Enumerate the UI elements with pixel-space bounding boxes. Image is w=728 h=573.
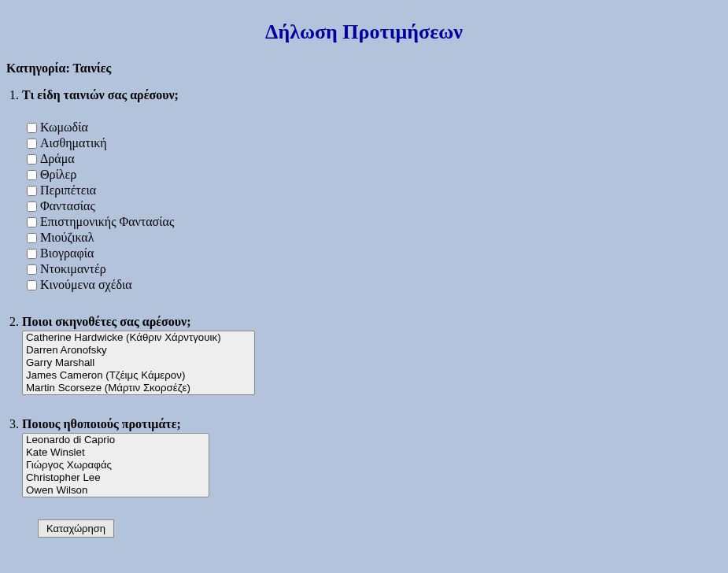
genre-label: Κινούμενα σχέδια: [40, 277, 132, 293]
genre-label: Μιούζικαλ: [40, 230, 94, 246]
genre-checkbox[interactable]: [27, 139, 37, 149]
genre-label: Περιπέτεια: [40, 183, 96, 198]
list-item[interactable]: Leonardo di Caprio: [23, 434, 209, 446]
genre-option: Βιογραφία: [27, 246, 728, 261]
genre-option: Κωμωδία: [27, 120, 728, 135]
genre-checkbox[interactable]: [27, 264, 37, 275]
page-title: Δήλωση Προτιμήσεων: [0, 20, 728, 44]
question-1-text: Τι είδη ταινιών σας αρέσουν;: [22, 88, 179, 102]
genre-checkbox-group: ΚωμωδίαΑισθηματικήΔράμαΘρίλερΠεριπέτειαΦ…: [22, 120, 728, 293]
list-item[interactable]: Γιώργος Χωραφάς: [23, 459, 209, 471]
genre-label: Επιστημονικής Φαντασίας: [40, 214, 174, 230]
list-item[interactable]: Darren Aronofsky: [23, 344, 254, 357]
genre-checkbox[interactable]: [27, 217, 37, 227]
list-item[interactable]: Garry Marshall: [23, 357, 254, 369]
genre-option: Κινούμενα σχέδια: [27, 277, 728, 293]
genre-option: Περιπέτεια: [27, 183, 728, 198]
list-item[interactable]: Christopher Lee: [23, 471, 209, 484]
genre-option: Δράμα: [27, 151, 728, 167]
list-item[interactable]: Martin Scorseze (Μάρτιν Σκορσέζε): [23, 382, 254, 394]
list-item[interactable]: Catherine Hardwicke (Κάθριν Χάρντγουικ): [23, 331, 254, 344]
category-label: Κατηγορία: Ταινίες: [6, 61, 728, 76]
genre-checkbox[interactable]: [27, 280, 37, 290]
directors-select[interactable]: Catherine Hardwicke (Κάθριν Χάρντγουικ)D…: [22, 331, 255, 395]
actors-select[interactable]: Leonardo di CaprioKate WinsletΓιώργος Χω…: [22, 433, 209, 497]
genre-checkbox[interactable]: [27, 123, 37, 133]
genre-option: Θρίλερ: [27, 167, 728, 183]
genre-option: Επιστημονικής Φαντασίας: [27, 214, 728, 230]
genre-label: Αισθηματική: [40, 135, 107, 151]
genre-label: Φαντασίας: [40, 198, 95, 214]
genre-option: Φαντασίας: [27, 198, 728, 214]
genre-checkbox[interactable]: [27, 233, 37, 243]
genre-label: Κωμωδία: [40, 120, 88, 135]
question-2-text: Ποιοι σκηνοθέτες σας αρέσουν;: [22, 315, 191, 328]
genre-checkbox[interactable]: [27, 201, 37, 212]
list-item[interactable]: Owen Wilson: [23, 484, 209, 497]
genre-checkbox[interactable]: [27, 186, 37, 196]
genre-option: Μιούζικαλ: [27, 230, 728, 246]
genre-option: Αισθηματική: [27, 135, 728, 151]
genre-label: Ντοκιμαντέρ: [40, 261, 106, 277]
genre-label: Θρίλερ: [40, 167, 76, 183]
genre-option: Ντοκιμαντέρ: [27, 261, 728, 277]
genre-label: Δράμα: [40, 151, 75, 167]
genre-label: Βιογραφία: [40, 246, 94, 261]
genre-checkbox[interactable]: [27, 170, 37, 180]
genre-checkbox[interactable]: [27, 249, 37, 259]
question-3-text: Ποιους ηθοποιούς προτιμάτε;: [22, 417, 181, 431]
list-item[interactable]: Kate Winslet: [23, 446, 209, 459]
list-item[interactable]: James Cameron (Τζέιμς Κάμερον): [23, 369, 254, 382]
genre-checkbox[interactable]: [27, 154, 37, 165]
question-2: Ποιοι σκηνοθέτες σας αρέσουν; Catherine …: [22, 315, 728, 395]
submit-button[interactable]: Καταχώρηση: [38, 519, 114, 538]
question-1: Τι είδη ταινιών σας αρέσουν; ΚωμωδίαΑισθ…: [22, 88, 728, 293]
question-3: Ποιους ηθοποιούς προτιμάτε; Leonardo di …: [22, 417, 728, 497]
